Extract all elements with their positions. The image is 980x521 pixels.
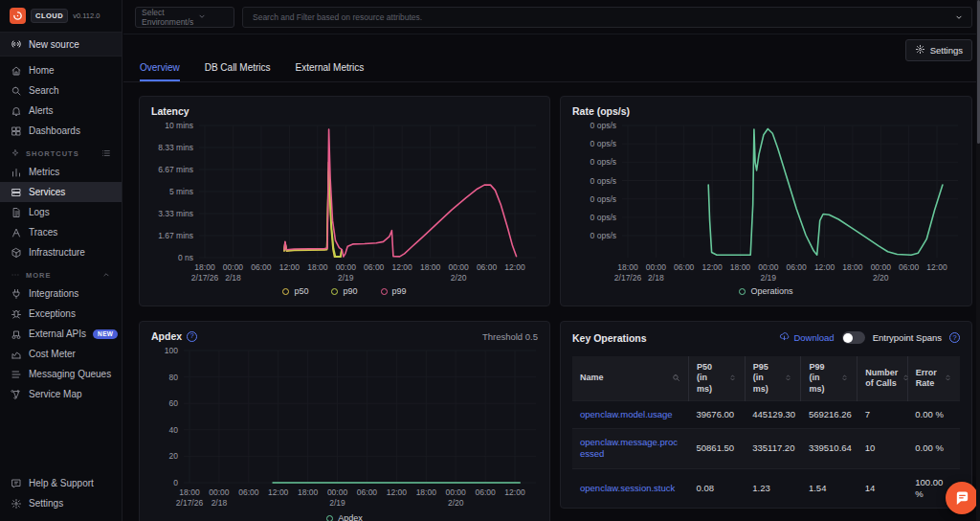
traces-icon: [11, 227, 22, 238]
sidebar-item-logs[interactable]: Logs: [0, 202, 122, 222]
x-tick-label: 06:00: [364, 262, 385, 272]
entrypoint-spans-label: Entrypoint Spans: [873, 332, 942, 343]
sidebar-item-alerts[interactable]: Alerts: [0, 101, 122, 121]
y-tick-label: 0 ops/s: [590, 231, 616, 240]
key-operations-title: Key Operations: [572, 332, 647, 344]
x-tick-date: 2/19: [761, 273, 777, 283]
legend-label: Apdex: [338, 513, 363, 521]
operation-name-link[interactable]: openclaw.message.processed: [572, 429, 689, 469]
tab-bar: OverviewDB Call MetricsExternal Metrics: [123, 57, 980, 82]
gear-icon: [915, 44, 925, 55]
sort-icon: [840, 374, 849, 382]
sidebar-footer: Help & SupportSettings: [0, 473, 122, 521]
column-header-p95-in-ms-[interactable]: P95 (in ms): [745, 356, 801, 400]
column-header-p99-in-ms-[interactable]: P99 (in ms): [801, 356, 858, 400]
sidebar-section-more[interactable]: MORE: [0, 262, 122, 283]
y-tick-label: 100: [165, 346, 178, 355]
column-header-name[interactable]: Name: [572, 356, 689, 400]
apdex-help-icon[interactable]: ?: [187, 331, 197, 342]
sidebar-item-label: Traces: [29, 227, 57, 238]
legend-item-apdex[interactable]: Apdex: [326, 513, 363, 521]
environment-select[interactable]: Select Environment/s: [135, 7, 234, 28]
tab-overview[interactable]: Overview: [140, 62, 180, 81]
sidebar-section-shortcuts[interactable]: SHORTCUTS: [0, 141, 122, 162]
binoculars-icon: [11, 328, 22, 340]
bug-icon: [11, 308, 22, 320]
logs-icon: [11, 207, 22, 218]
list-icon[interactable]: [101, 148, 111, 158]
latency-chart[interactable]: 18:002/17/2600:002/1806:0012:0018:0000:0…: [140, 97, 551, 307]
sort-icon[interactable]: [902, 374, 910, 382]
chevron-up-icon[interactable]: [101, 270, 111, 280]
scrollbar-thumb[interactable]: [977, 0, 980, 144]
y-tick-label: 0 ops/s: [590, 121, 616, 130]
x-tick-label: 06:00: [899, 262, 920, 272]
y-tick-label: 0 ops/s: [590, 139, 616, 148]
table-cell: 0.00 %: [907, 429, 960, 469]
key-operations-card: Key Operations Download Entrypoint Spans…: [560, 321, 972, 509]
operation-name-link[interactable]: openclaw.model.usage: [572, 400, 689, 428]
sort-icon[interactable]: [840, 374, 849, 382]
tab-db-call-metrics[interactable]: DB Call Metrics: [205, 62, 271, 81]
apdex-chart-title: Apdex: [151, 330, 182, 342]
sidebar-item-search[interactable]: Search: [0, 80, 122, 101]
search-icon: [672, 374, 680, 382]
apdex-card-head: Apdex ? Threshold 0.5: [140, 322, 549, 342]
legend-dot: [326, 515, 333, 521]
sidebar-item-dashboards[interactable]: Dashboards: [0, 121, 122, 141]
table-cell: 335117.20: [745, 429, 801, 469]
sidebar-item-infrastructure[interactable]: Infrastructure: [0, 242, 122, 262]
sidebar-item-integrations[interactable]: Integrations: [0, 283, 122, 304]
sidebar-item-external-apis[interactable]: External APIsNEW: [0, 324, 122, 344]
new-source-button[interactable]: New source: [0, 32, 122, 57]
sidebar-item-label: Cost Meter: [29, 349, 76, 359]
resource-filter-searchbar[interactable]: [242, 7, 972, 28]
column-label: Number of Calls: [865, 368, 898, 390]
apdex-chart[interactable]: 18:002/17/2600:002/1806:0012:0018:0000:0…: [140, 322, 551, 521]
support-chat-button[interactable]: [946, 482, 978, 514]
sidebar-item-help-support[interactable]: Help & Support: [0, 473, 122, 493]
legend-item-operations[interactable]: Operations: [739, 286, 792, 296]
signoz-logo[interactable]: [10, 8, 26, 24]
legend-item-p99[interactable]: p99: [381, 286, 407, 296]
section-label: SHORTCUTS: [26, 149, 79, 158]
search-icon[interactable]: [672, 374, 680, 382]
y-tick-label: 0 ns: [178, 253, 193, 262]
sort-icon[interactable]: [728, 374, 737, 382]
sidebar-item-cost-meter[interactable]: Cost Meter: [0, 344, 122, 364]
sort-icon[interactable]: [944, 374, 952, 382]
brand: CLOUD v0.112.0: [0, 0, 122, 30]
download-button[interactable]: Download: [779, 331, 834, 344]
column-header-number-of-calls[interactable]: Number of Calls: [858, 356, 908, 400]
search-input[interactable]: [251, 11, 954, 23]
table-cell: 1.54: [801, 468, 858, 508]
operation-name-link[interactable]: openclaw.session.stuck: [572, 468, 689, 508]
queue-icon: [11, 369, 22, 380]
sort-icon[interactable]: [784, 374, 792, 382]
table-cell: 0.00 %: [907, 400, 960, 428]
sidebar-item-messaging-queues[interactable]: Messaging Queues: [0, 364, 122, 384]
column-header-p50-in-ms-[interactable]: P50 (in ms): [689, 356, 746, 400]
sidebar-item-metrics[interactable]: Metrics: [0, 162, 122, 182]
legend-item-p90[interactable]: p90: [331, 286, 357, 296]
x-tick-label: 12:00: [926, 262, 947, 272]
sidebar-item-services[interactable]: Services: [0, 182, 122, 202]
settings-button-label: Settings: [930, 45, 963, 56]
column-header-error-rate[interactable]: Error Rate: [907, 356, 960, 400]
sidebar-item-traces[interactable]: Traces: [0, 222, 122, 242]
legend-item-p50[interactable]: p50: [282, 286, 308, 296]
topbar: Select Environment/s: [123, 0, 980, 34]
rate-chart[interactable]: 18:002/17/2600:002/1806:0012:0018:0000:0…: [561, 97, 973, 307]
sidebar-item-service-map[interactable]: Service Map: [0, 384, 122, 404]
sidebar-item-settings[interactable]: Settings: [0, 493, 122, 513]
tab-external-metrics[interactable]: External Metrics: [296, 62, 365, 81]
sidebar-item-exceptions[interactable]: Exceptions: [0, 304, 122, 324]
x-tick-label: 12:00: [504, 262, 525, 272]
entrypoint-help-icon[interactable]: ?: [949, 332, 960, 343]
entrypoint-spans-toggle[interactable]: [842, 331, 865, 344]
bar-chart-icon: [11, 167, 22, 178]
x-tick-label: 12:00: [814, 262, 835, 272]
sidebar-item-home[interactable]: Home: [0, 60, 122, 80]
legend-dot: [282, 288, 289, 295]
scrollbar[interactable]: [976, 0, 980, 521]
